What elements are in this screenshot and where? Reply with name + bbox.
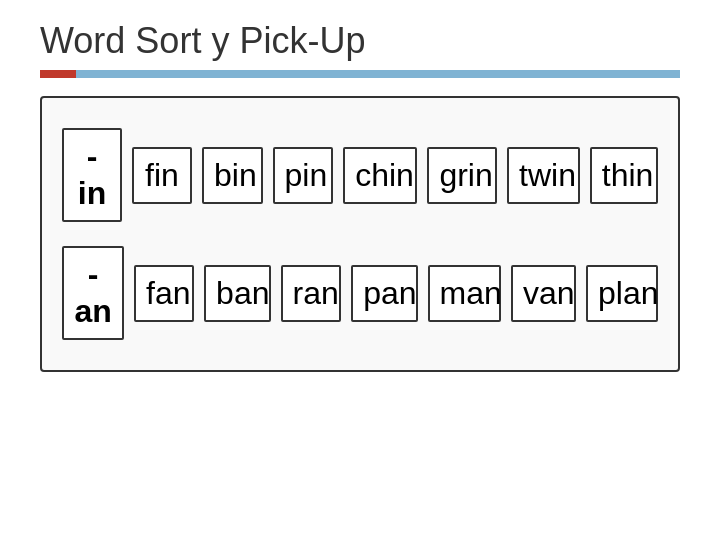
word-card-plan: plan	[586, 265, 658, 322]
word-card-twin: twin	[507, 147, 580, 204]
word-card-fan: fan	[134, 265, 194, 322]
word-card-van: van	[511, 265, 576, 322]
word-card-pin: pin	[273, 147, 334, 204]
word-card-bin: bin	[202, 147, 263, 204]
word-card-in: -in	[62, 128, 122, 222]
word-card-chin: chin	[343, 147, 417, 204]
word-card-pan: pan	[351, 265, 417, 322]
word-card-an: -an	[62, 246, 124, 340]
title-bar	[0, 70, 720, 78]
word-card-grin: grin	[427, 147, 497, 204]
word-card-fin: fin	[132, 147, 192, 204]
an-row: -anfanbanranpanmanvanplan	[62, 246, 658, 340]
in-row: -infinbinpinchingrintwinthin	[62, 128, 658, 222]
red-accent-bar	[40, 70, 76, 78]
word-sort-box: -infinbinpinchingrintwinthin-anfanbanran…	[40, 96, 680, 372]
word-card-ban: ban	[204, 265, 270, 322]
word-card-thin: thin	[590, 147, 658, 204]
word-card-ran: ran	[281, 265, 342, 322]
word-card-man: man	[428, 265, 501, 322]
blue-accent-bar	[76, 70, 680, 78]
page-title: Word Sort y Pick-Up	[0, 0, 720, 70]
